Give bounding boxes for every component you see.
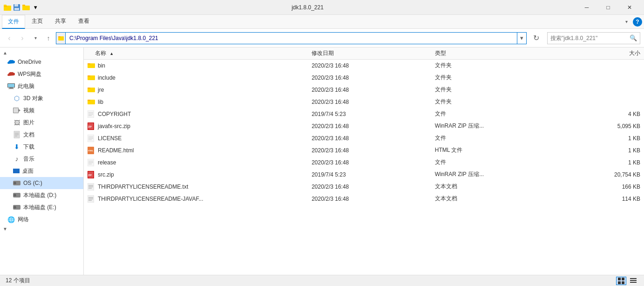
forward-button[interactable]: › [17, 33, 28, 44]
sidebar-item-network[interactable]: 🌐 网络 [0, 213, 83, 225]
file-modified: 2020/2/3 16:48 [308, 120, 431, 132]
svg-text:HTML: HTML [88, 150, 94, 152]
file-modified: 2020/2/3 16:48 [308, 157, 431, 169]
network-icon: 🌐 [7, 216, 15, 223]
table-row[interactable]: jre 2020/2/3 16:48 文件夹 [84, 84, 644, 96]
column-size[interactable]: 大小 [555, 48, 644, 60]
table-row[interactable]: include 2020/2/3 16:48 文件夹 [84, 72, 644, 84]
up-button[interactable]: ↑ [43, 33, 54, 44]
dropdown-icon[interactable]: ▾ [32, 4, 39, 11]
address-bar: ‹ › ▾ ↑ ▾ ↻ 🔍 [0, 29, 644, 48]
tab-home[interactable]: 主页 [26, 15, 48, 28]
file-name-cell: release [84, 157, 308, 169]
file-modified: 2020/2/3 16:48 [308, 181, 431, 193]
search-input[interactable] [550, 35, 630, 41]
sidebar-item-diskd[interactable]: 本地磁盘 (D:) [0, 189, 83, 201]
file-table: 名称 ▲ 修改日期 类型 大小 bin 2020/2/3 16:48 文件夹 [84, 48, 644, 205]
file-area: 名称 ▲ 修改日期 类型 大小 bin 2020/2/3 16:48 文件夹 [84, 48, 644, 275]
svg-rect-7 [22, 5, 25, 6]
svg-rect-66 [618, 278, 621, 280]
file-type: 文件夹 [431, 60, 555, 72]
save-icon [13, 4, 20, 11]
sidebar-item-onedrive[interactable]: OneDrive [0, 56, 83, 68]
grid-view-button[interactable] [616, 277, 626, 285]
tab-file[interactable]: 文件 [2, 15, 25, 29]
help-button[interactable]: ? [633, 17, 642, 27]
table-row[interactable]: HTML README.html 2020/2/3 16:48 HTML 文件 … [84, 144, 644, 157]
list-view-button[interactable] [628, 277, 638, 285]
address-dropdown-button[interactable]: ▾ [517, 32, 527, 44]
file-name-cell: bin [84, 60, 308, 72]
file-modified: 2020/2/3 16:48 [308, 144, 431, 157]
tab-view[interactable]: 查看 [73, 15, 95, 28]
table-row[interactable]: THIRDPARTYLICENSEREADME-JAVAF... 2020/2/… [84, 193, 644, 205]
file-type: 文件夹 [431, 96, 555, 108]
file-name: release [98, 159, 116, 166]
file-size: 5,095 KB [555, 120, 644, 132]
sidebar-item-wps[interactable]: WPS网盘 [0, 68, 83, 80]
file-size: 1 KB [555, 132, 644, 144]
table-row[interactable]: bin 2020/2/3 16:48 文件夹 [84, 60, 644, 72]
file-icon [88, 98, 95, 106]
file-size: 20,754 KB [555, 169, 644, 181]
file-type: 文件夹 [431, 72, 555, 84]
table-row[interactable]: ZIP src.zip 2019/7/4 5:23 WinRAR ZIP 压缩.… [84, 169, 644, 181]
onedrive-icon [7, 58, 15, 66]
table-row[interactable]: ZIP javafx-src.zip 2020/2/3 16:48 WinRAR… [84, 120, 644, 132]
file-name: src.zip [98, 171, 114, 178]
table-row[interactable]: release 2020/2/3 16:48 文件 1 KB [84, 157, 644, 169]
file-icon [88, 86, 95, 94]
sidebar-item-video[interactable]: 视频 [0, 104, 83, 116]
picture-icon: 🖼 [13, 119, 20, 126]
sidebar-label-video: 视频 [23, 107, 34, 115]
sidebar-item-picture[interactable]: 🖼 图片 [0, 116, 83, 129]
svg-rect-68 [618, 281, 621, 284]
table-row[interactable]: COPYRIGHT 2019/7/4 5:23 文件 4 KB [84, 108, 644, 120]
music-icon: ♪ [13, 155, 20, 163]
title-controls: ─ □ ✕ [576, 0, 640, 15]
title-bar-icons: ▾ [4, 4, 39, 11]
column-modified[interactable]: 修改日期 [308, 48, 431, 60]
scroll-down-button[interactable]: ▼ [0, 225, 7, 232]
address-input[interactable] [65, 32, 517, 44]
sidebar-item-desktop[interactable]: 桌面 [0, 165, 83, 177]
table-row[interactable]: LICENSE 2020/2/3 16:48 文件 1 KB [84, 132, 644, 144]
sidebar-item-3d[interactable]: ⬡ 3D 对象 [0, 92, 83, 104]
wps-icon [7, 70, 15, 78]
file-type: 文件 [431, 157, 555, 169]
svg-rect-12 [9, 88, 13, 89]
file-name: lib [98, 99, 103, 105]
svg-rect-11 [8, 84, 14, 87]
sidebar-label-diskd: 本地磁盘 (D:) [23, 191, 56, 199]
scroll-up-button[interactable]: ▲ [0, 49, 7, 56]
svg-rect-9 [58, 36, 61, 37]
back-button[interactable]: ‹ [4, 33, 15, 44]
close-button[interactable]: ✕ [619, 0, 640, 15]
file-name: jre [98, 87, 104, 93]
dropdown-history-button[interactable]: ▾ [30, 33, 41, 44]
column-name[interactable]: 名称 ▲ [84, 48, 308, 60]
sidebar-item-music[interactable]: ♪ 音乐 [0, 153, 83, 165]
sidebar-item-download[interactable]: ⬇ 下载 [0, 141, 83, 153]
sidebar-item-document[interactable]: 文档 [0, 129, 83, 141]
file-name-cell: THIRDPARTYLICENSEREADME.txt [84, 181, 308, 193]
maximize-button[interactable]: □ [597, 0, 619, 15]
ribbon: 文件 主页 共享 查看 ▾ ? [0, 15, 644, 29]
search-box: 🔍 [547, 32, 640, 44]
column-type[interactable]: 类型 [431, 48, 555, 60]
tab-share[interactable]: 共享 [49, 15, 72, 28]
search-icon[interactable]: 🔍 [630, 34, 637, 41]
minimize-button[interactable]: ─ [576, 0, 597, 15]
file-name-cell: jre [84, 84, 308, 96]
desktop-icon [13, 169, 20, 173]
file-icon [88, 183, 95, 191]
table-row[interactable]: THIRDPARTYLICENSEREADME.txt 2020/2/3 16:… [84, 181, 644, 193]
table-row[interactable]: lib 2020/2/3 16:48 文件夹 [84, 96, 644, 108]
refresh-button[interactable]: ↻ [530, 33, 542, 44]
sidebar-item-diske[interactable]: 本地磁盘 (E:) [0, 201, 83, 213]
pc-icon [7, 82, 15, 90]
file-name: THIRDPARTYLICENSEREADME.txt [98, 184, 188, 190]
sidebar-item-osc[interactable]: OS (C:) [0, 177, 83, 189]
sidebar-item-thispc[interactable]: 此电脑 [0, 80, 83, 92]
ribbon-expand-button[interactable]: ▾ [621, 16, 632, 27]
